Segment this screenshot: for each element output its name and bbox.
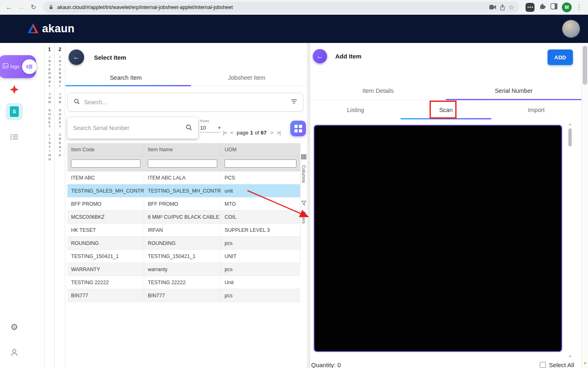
item-code-filter-input[interactable] xyxy=(71,159,140,168)
serial-search-input[interactable] xyxy=(73,125,182,131)
camera-scan-viewport xyxy=(314,125,562,352)
brand: akaun xyxy=(27,22,75,36)
table-row[interactable]: HK TESET IRFAN SUPPLER LEVEL 3 xyxy=(67,224,300,237)
cell-item-code: TESTING 22222 xyxy=(67,276,144,289)
cell-item-name: TESTING 22222 xyxy=(144,276,221,289)
page-indicator: page 1 of 67 xyxy=(237,130,267,136)
cell-uom: Unit xyxy=(221,276,300,289)
collapse-menu-icon[interactable] xyxy=(22,59,37,74)
subtab-listing[interactable]: Listing xyxy=(310,100,401,119)
table-row-selected[interactable]: TESTING_SALES_MH_CONTRACT TESTING_SALES_… xyxy=(67,184,300,197)
subtab-scan[interactable]: Scan xyxy=(401,100,491,119)
prev-page-button[interactable]: < xyxy=(230,130,233,136)
browser-back-icon[interactable]: ← xyxy=(3,2,15,13)
rows-per-page-select[interactable]: 10 ▾ xyxy=(200,125,220,132)
cell-item-code: TESTING_SALES_MH_CONTRACT xyxy=(67,184,144,197)
cell-item-code: WARRANTY xyxy=(67,263,144,276)
scroll-down-icon[interactable]: ▼ xyxy=(569,355,572,358)
table-header-row: Item Code Item Name UOM xyxy=(67,143,300,156)
workspace-tab-create[interactable]: 2 INTERNAL JOB SHEET CREATE xyxy=(55,43,65,368)
add-button[interactable]: ADD xyxy=(548,49,573,65)
scroll-up-icon[interactable]: ▲ xyxy=(569,123,572,126)
filters-funnel-icon[interactable] xyxy=(301,200,306,207)
settings-gear-icon[interactable]: ⚙ xyxy=(0,322,29,332)
org-logo-label: logo xyxy=(10,64,20,70)
cell-item-code: ROUNDING xyxy=(67,237,144,249)
cell-uom: pcs xyxy=(221,289,300,302)
list-menu-icon[interactable] xyxy=(0,134,29,140)
org-logo-pill[interactable]: logo xyxy=(0,55,36,78)
item-search-input[interactable] xyxy=(84,99,287,105)
filter-cell xyxy=(144,159,221,168)
item-search-box xyxy=(67,93,303,112)
chevron-down-icon: ▾ xyxy=(218,125,220,130)
browser-reload-icon[interactable]: ↻ xyxy=(28,2,39,13)
last-page-button[interactable]: >| xyxy=(277,130,281,136)
select-item-panel: ← Select Item Search Item Jobsheet Item … xyxy=(65,43,307,368)
back-button[interactable]: ← xyxy=(313,49,327,63)
brand-name: akaun xyxy=(42,22,75,35)
filter-cell xyxy=(67,159,144,168)
scroll-down-icon[interactable]: ▼ xyxy=(582,361,588,366)
user-avatar[interactable] xyxy=(562,20,580,38)
filters-label[interactable]: Filters xyxy=(301,211,306,224)
cell-item-name: TESTING_SALES_MH_CONTRACT xyxy=(144,184,221,197)
table-row[interactable]: ITEM ABC ITEM ABC LALA PCS xyxy=(67,171,300,184)
cell-item-code: MCSC006BKZ xyxy=(67,211,144,223)
tab-jobsheet-item[interactable]: Jobsheet Item xyxy=(186,69,307,86)
cell-uom: PCS xyxy=(221,171,300,184)
tab-item-details[interactable]: Item Details xyxy=(310,82,446,100)
select-item-tabs: Search Item Jobsheet Item xyxy=(65,69,307,86)
table-row[interactable]: BIN777 BIN777 pcs xyxy=(67,289,300,302)
first-page-button[interactable]: |< xyxy=(223,130,227,136)
browser-profile-avatar[interactable]: M xyxy=(562,2,572,12)
add-item-tabs: Item Details Serial Number xyxy=(310,82,581,100)
select-all-checkbox[interactable] xyxy=(540,362,546,368)
search-icon[interactable] xyxy=(185,124,192,132)
extension-badge-icon[interactable] xyxy=(526,3,535,12)
subtab-import[interactable]: Import xyxy=(491,100,581,119)
back-button[interactable]: ← xyxy=(69,49,84,65)
profile-person-icon[interactable] xyxy=(0,348,29,357)
table-row[interactable]: TESTING 22222 TESTING 22222 Unit xyxy=(67,276,300,289)
wavelet-logo-icon[interactable] xyxy=(0,85,29,94)
camera-icon[interactable] xyxy=(489,4,496,10)
table-row[interactable]: BFF PROMO BFF PROMO MTO xyxy=(67,197,300,211)
cell-uom: pcs xyxy=(221,237,300,249)
view-layout-button[interactable] xyxy=(290,121,306,136)
browser-forward-icon[interactable]: → xyxy=(16,2,27,13)
uom-filter-input[interactable] xyxy=(225,159,296,168)
current-page: 1 xyxy=(250,130,253,136)
workspace-tabstrip: 1 INTERNAL JOB SHEET LISTING 2 INTERNAL … xyxy=(44,43,65,368)
panel-scrollbar[interactable]: ▲ ▼ xyxy=(568,123,572,358)
table-row[interactable]: ROUNDING ROUNDING pcs xyxy=(67,237,300,250)
page-scrollbar[interactable]: ▼ xyxy=(581,43,588,368)
item-name-filter-input[interactable] xyxy=(148,159,217,168)
workspace-tab-listing[interactable]: 1 INTERNAL JOB SHEET LISTING xyxy=(44,43,55,368)
tab-serial-number[interactable]: Serial Number xyxy=(446,82,581,100)
table-row[interactable]: MCSC006BKZ 6 MM² CU/PVC BLACK CABLE 1...… xyxy=(67,211,300,224)
add-item-panel: ← Add Item ADD Item Details Serial Numbe… xyxy=(310,43,581,368)
address-bar[interactable]: akaun.cloud/#/applet/tnt/wavelet/erp/int… xyxy=(43,2,519,13)
cell-uom: MTO xyxy=(221,197,300,210)
puzzle-icon[interactable] xyxy=(539,3,546,11)
filter-list-icon[interactable] xyxy=(291,99,297,106)
lock-icon xyxy=(48,4,54,10)
url-text[interactable]: akaun.cloud/#/applet/tnt/wavelet/erp/int… xyxy=(57,4,486,10)
scrollbar-thumb[interactable] xyxy=(583,46,587,85)
of-word: of xyxy=(255,130,259,136)
columns-label[interactable]: Columns xyxy=(301,165,306,183)
jobsheet-applet-icon[interactable]: S xyxy=(0,103,29,120)
bookmark-star-icon[interactable]: ☆ xyxy=(509,4,514,11)
table-row[interactable]: WARRANTY warranty pcs xyxy=(67,263,300,276)
columns-icon[interactable] xyxy=(301,154,306,161)
scrollbar-thumb[interactable] xyxy=(568,128,572,146)
share-icon[interactable] xyxy=(499,4,506,11)
cell-item-name: ITEM ABC LALA xyxy=(144,171,221,184)
side-panel-icon[interactable] xyxy=(550,3,557,11)
browser-menu-icon[interactable]: ⋮ xyxy=(576,4,582,11)
next-page-button[interactable]: > xyxy=(270,130,273,136)
table-row[interactable]: TESTING_150421_1 TESTING_150421_1 UNIT xyxy=(67,250,300,263)
active-subtab-underline xyxy=(401,118,491,119)
tab-search-item[interactable]: Search Item xyxy=(65,69,186,86)
